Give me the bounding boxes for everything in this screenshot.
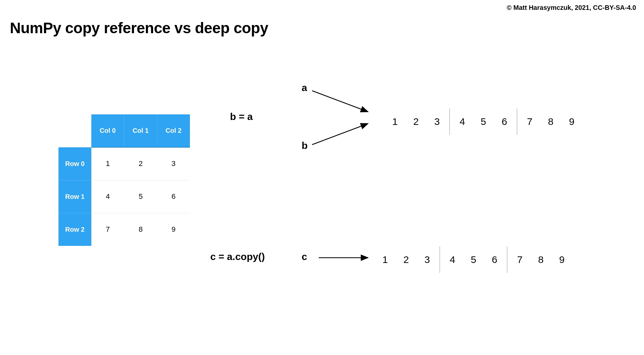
memory-separator: [440, 247, 440, 273]
mem-value: 6: [494, 116, 515, 127]
copyright-text: © Matt Harasymczuk, 2021, CC-BY-SA-4.0: [507, 4, 636, 12]
mem-value: 1: [375, 254, 396, 265]
mem-value: 5: [473, 116, 494, 127]
arrow-b-to-memory: [312, 124, 368, 145]
mem-value: 6: [484, 254, 505, 265]
mem-value: 9: [551, 254, 572, 265]
mem-value: 4: [452, 116, 473, 127]
table-cell: 6: [157, 180, 190, 213]
mem-value: 3: [426, 116, 448, 127]
table-cell: 5: [124, 180, 157, 213]
data-matrix: Col 0 Col 1 Col 2 Row 0 1 2 3 Row 1 4 5 …: [58, 114, 190, 246]
mem-value: 1: [384, 116, 405, 127]
shared-memory-array: 1 2 3 4 5 6 7 8 9: [384, 108, 582, 135]
row-header: Row 2: [58, 213, 91, 246]
row-header: Row 1: [58, 180, 91, 213]
mem-value: 2: [405, 116, 426, 127]
mem-value: 7: [519, 116, 540, 127]
row-header: Row 0: [58, 147, 91, 180]
table-cell: 7: [91, 213, 124, 246]
mem-value: 4: [442, 254, 463, 265]
col-header: Col 2: [157, 114, 190, 147]
copied-memory-array: 1 2 3 4 5 6 7 8 9: [375, 247, 572, 273]
col-header: Col 1: [124, 114, 157, 147]
deepcopy-code-label: c = a.copy(): [210, 251, 265, 262]
memory-separator: [449, 108, 450, 135]
table-cell: 4: [91, 180, 124, 213]
reference-code-label: b = a: [230, 111, 253, 122]
variable-c-label: c: [302, 251, 307, 262]
mem-value: 8: [530, 254, 551, 265]
table-cell: 9: [157, 213, 190, 246]
col-header: Col 0: [91, 114, 124, 147]
mem-value: 9: [561, 116, 582, 127]
page-title: NumPy copy reference vs deep copy: [10, 19, 268, 37]
mem-value: 2: [396, 254, 417, 265]
memory-separator: [517, 108, 517, 135]
table-cell: 2: [124, 147, 157, 180]
memory-separator: [507, 247, 507, 273]
table-cell: 8: [124, 213, 157, 246]
variable-b-label: b: [302, 140, 308, 151]
variable-a-label: a: [302, 82, 307, 93]
mem-value: 5: [463, 254, 484, 265]
mem-value: 3: [417, 254, 438, 265]
arrow-a-to-memory: [312, 91, 368, 112]
table-cell: 3: [157, 147, 190, 180]
mem-value: 7: [509, 254, 530, 265]
mem-value: 8: [540, 116, 561, 127]
table-cell: 1: [91, 147, 124, 180]
